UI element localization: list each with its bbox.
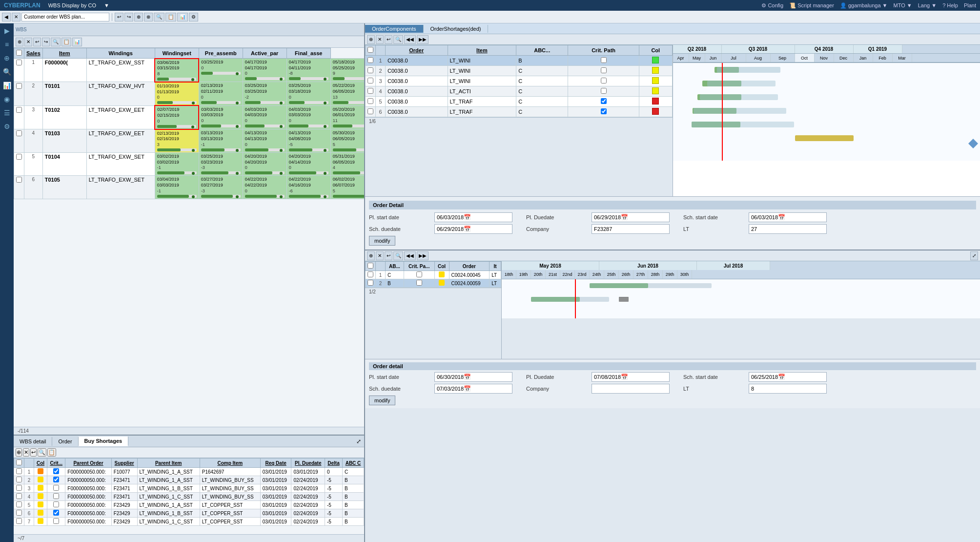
bs-table-row[interactable]: 7 F000000050.000: F23429 LT_WINDING_1_C_… [14, 518, 364, 526]
brt-expand[interactable]: ⤢ [970, 251, 978, 260]
brt-6[interactable]: ▶▶ [417, 251, 429, 260]
toolbar-btn-4[interactable]: ↪ [124, 13, 133, 21]
bs-row-check[interactable] [14, 518, 24, 526]
modify-button[interactable]: modify [369, 236, 395, 246]
brt-col-item[interactable]: It [490, 262, 501, 271]
oc-col-order[interactable]: Order [386, 45, 448, 56]
row-check[interactable] [14, 153, 24, 176]
bsch-start-cal[interactable]: 📅 [778, 374, 785, 380]
user-menu[interactable]: 👤 ggambalunga ▼ [840, 2, 888, 9]
oc-crit-checkbox[interactable] [601, 57, 607, 63]
toolbar-btn-10[interactable]: ⚙ [189, 13, 198, 21]
bs-row-checkbox[interactable] [16, 477, 22, 482]
bs-col-crit[interactable]: Crit... [47, 459, 65, 468]
brt-5[interactable]: ◀◀ [404, 251, 416, 260]
bs-crit-cell[interactable] [47, 468, 65, 476]
crit-checkbox[interactable] [53, 468, 59, 474]
oc-row-checkbox[interactable] [368, 78, 373, 83]
oc-row-check[interactable] [366, 97, 376, 107]
oc-row-check[interactable] [366, 66, 376, 76]
bt-2[interactable]: ✕ [23, 448, 29, 457]
oc-row-checkbox[interactable] [368, 98, 373, 104]
sidebar-icon-5[interactable]: 📊 [1, 80, 12, 91]
bs-col-supplier[interactable]: Supplier [111, 459, 137, 468]
pl-start-cal[interactable]: 📅 [464, 214, 471, 221]
col-sales[interactable]: Sales [24, 48, 43, 59]
bs-row-check[interactable] [14, 509, 24, 518]
sidebar-icon-1[interactable]: ▶ [1, 25, 12, 36]
bsch-due-cal[interactable]: 📅 [464, 385, 471, 392]
bs-crit-cell[interactable] [47, 484, 65, 493]
toolbar-btn-5[interactable]: ⊕ [134, 13, 143, 21]
plant-link[interactable]: Plant [964, 2, 976, 9]
wbs-table-row[interactable]: 5 T0104 LT_TRAFO_EXW_SET 03/02/2019 03/0… [14, 153, 365, 176]
brt-row-check[interactable] [366, 271, 376, 279]
brt-3[interactable]: ↩ [385, 251, 392, 260]
bs-row-check[interactable] [14, 501, 24, 509]
brt-col-col[interactable]: Col [434, 262, 449, 271]
row-check[interactable] [14, 105, 24, 129]
bottom-tabs-expand[interactable]: ⤢ [353, 438, 364, 445]
bs-col-parent-item[interactable]: Parent Item [137, 459, 200, 468]
bpl-due-cal[interactable]: 📅 [621, 374, 628, 380]
wbs-table-row[interactable]: 1 F000000( LT_TRAFO_EXW_SST 03/06/2019 0… [14, 59, 365, 82]
tab-wbs-detail[interactable]: WBS detail [14, 437, 52, 446]
toolbar-btn-1[interactable]: ◀ [2, 13, 11, 21]
toolbar-btn-3[interactable]: ↩ [115, 13, 123, 21]
oc-col-item[interactable]: Item [448, 45, 516, 56]
brt-row-checkbox[interactable] [368, 271, 373, 277]
mto-link[interactable]: MTO ▼ [894, 2, 912, 9]
oc-row-check[interactable] [366, 56, 376, 66]
oc-table-row[interactable]: 1 C0038.0 LT_WINI B [366, 56, 673, 66]
sidebar-icon-6[interactable]: ◉ [1, 94, 12, 104]
col-final-asse[interactable]: Final_asse [286, 48, 330, 59]
bs-crit-cell[interactable] [47, 509, 65, 518]
brt-table-row[interactable]: 1 C C0024.00045 LT [366, 271, 501, 279]
brt-select-all[interactable] [368, 263, 373, 269]
bs-row-check[interactable] [14, 468, 24, 476]
brt-row-checkbox[interactable] [368, 280, 373, 286]
oc-row-checkbox[interactable] [368, 108, 373, 114]
pl-due-cal[interactable]: 📅 [621, 214, 628, 221]
col-windingset[interactable]: Windingset [155, 48, 199, 59]
wbs-table-row[interactable]: 6 T0105 LT_TRAFO_EXW_SET 03/04/2019 03/0… [14, 176, 365, 199]
wbs-tb-6[interactable]: 📋 [61, 38, 71, 46]
bs-col-req-date[interactable]: Req Date [260, 459, 291, 468]
tab-order-shortages[interactable]: OrderShortages(ded) [424, 25, 489, 33]
oc-col-crit[interactable]: Crit. Path [568, 45, 639, 56]
oc-row-check[interactable] [366, 86, 376, 97]
bottom-modify-button[interactable]: modify [369, 396, 395, 405]
oc-crit[interactable] [568, 86, 639, 97]
oc-table-row[interactable]: 6 C0038.0 LT_TRAF C [366, 107, 673, 117]
script-manager-link[interactable]: 📜 Script manager [789, 2, 834, 9]
bs-crit-cell[interactable] [47, 518, 65, 526]
bpl-start-cal[interactable]: 📅 [464, 374, 471, 380]
sidebar-icon-2[interactable]: ≡ [1, 39, 12, 50]
ot-2[interactable]: ✕ [376, 35, 384, 44]
crit-checkbox[interactable] [53, 477, 59, 482]
brt-crit-checkbox[interactable] [416, 271, 422, 277]
bs-col-delta[interactable]: Delta [325, 459, 342, 468]
bt-4[interactable]: 🔍 [38, 448, 46, 457]
wbs-dropdown[interactable]: ▼ [104, 2, 109, 8]
bs-crit-cell[interactable] [47, 476, 65, 484]
oc-crit[interactable] [568, 66, 639, 76]
toolbar-btn-9[interactable]: 📊 [177, 13, 188, 21]
row-check[interactable] [14, 129, 24, 153]
sidebar-icon-7[interactable]: ☰ [1, 107, 12, 118]
sch-start-cal[interactable]: 📅 [778, 214, 785, 221]
oc-crit[interactable] [568, 56, 639, 66]
wbs-tb-5[interactable]: 🔍 [51, 38, 61, 46]
bs-col-pl-due[interactable]: Pl. Duedate [291, 459, 325, 468]
wbs-table-row[interactable]: 2 T0101 LT_TRAFO_EXW_HVT 01/10/2019 01/1… [14, 82, 365, 105]
bs-table-row[interactable]: 5 F000000050.000: F23429 LT_WINDING_1_A_… [14, 501, 364, 509]
col-select-all[interactable] [14, 48, 24, 59]
row-check[interactable] [14, 59, 24, 82]
wbs-table-row[interactable]: 3 T0102 LT_TRAFO_EXW_EET 02/07/2019 02/1… [14, 105, 365, 129]
toolbar-btn-2[interactable]: ✕ [12, 13, 20, 21]
col-item[interactable]: Item [42, 48, 86, 59]
search-input[interactable] [21, 13, 109, 21]
sidebar-icon-8[interactable]: ⚙ [1, 121, 12, 132]
brt-1[interactable]: ⊕ [367, 251, 375, 260]
row-check[interactable] [14, 82, 24, 105]
